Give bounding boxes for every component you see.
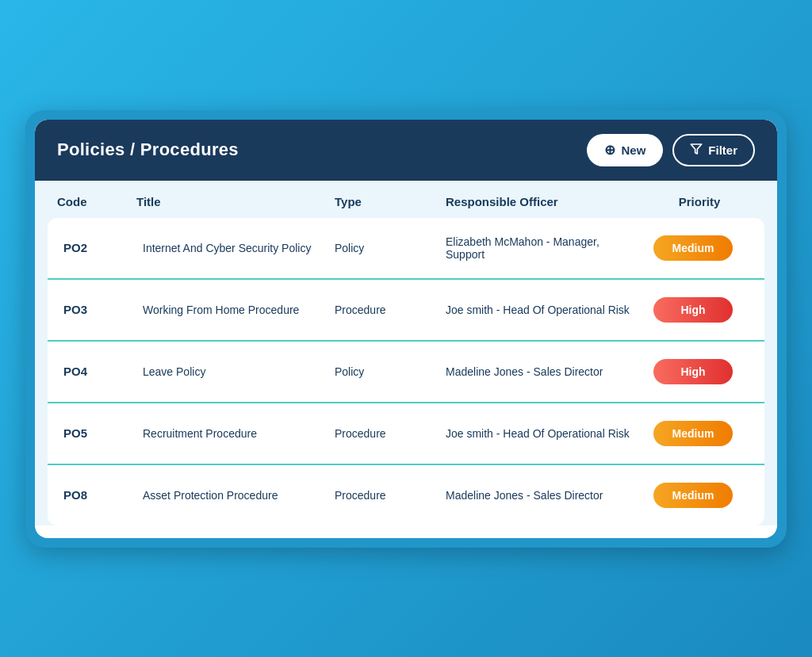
cell-priority-1: High [638, 297, 749, 323]
cell-code-4: PO8 [63, 488, 143, 502]
cell-priority-3: Medium [638, 421, 749, 446]
cell-code-3: PO5 [63, 426, 143, 440]
col-header-code: Code [57, 195, 136, 208]
app-container: Policies / Procedures ⊕ New Filter [25, 110, 787, 548]
filter-button-label: Filter [708, 143, 737, 157]
priority-badge-2: High [653, 359, 733, 384]
svg-marker-0 [691, 144, 702, 154]
cell-type-2: Policy [335, 365, 446, 378]
page-title: Policies / Procedures [57, 139, 239, 160]
header-actions: ⊕ New Filter [587, 134, 755, 166]
col-header-officer: Responsible Officer [446, 195, 644, 208]
col-header-title: Title [136, 195, 335, 208]
cell-type-1: Procedure [335, 304, 446, 316]
table-row[interactable]: PO5 Recruitment Procedure Procedure Joe … [48, 403, 764, 465]
cell-type-4: Procedure [335, 489, 446, 502]
cell-type-0: Policy [335, 242, 446, 254]
new-button[interactable]: ⊕ New [587, 134, 663, 166]
priority-badge-0: Medium [653, 235, 733, 261]
cell-code-1: PO3 [63, 303, 143, 316]
cell-title-4: Asset Protection Procedure [143, 489, 335, 502]
cell-officer-1: Joe smith - Head Of Operational Risk [446, 304, 638, 316]
plus-icon: ⊕ [604, 142, 615, 159]
table-body: PO2 Internet And Cyber Security Policy P… [48, 218, 764, 525]
table-row[interactable]: PO8 Asset Protection Procedure Procedure… [48, 465, 764, 525]
filter-icon [690, 143, 703, 158]
cell-officer-0: Elizabeth McMahon - Manager, Support [446, 235, 638, 261]
priority-badge-3: Medium [653, 421, 733, 446]
cell-title-1: Working From Home Procedure [143, 304, 335, 316]
table-row[interactable]: PO3 Working From Home Procedure Procedur… [48, 280, 764, 342]
priority-badge-4: Medium [653, 483, 733, 508]
col-header-priority: Priority [644, 195, 755, 208]
table-header: Code Title Type Responsible Officer Prio… [35, 181, 777, 218]
table-row[interactable]: PO2 Internet And Cyber Security Policy P… [48, 218, 764, 280]
table-section: Code Title Type Responsible Officer Prio… [35, 181, 777, 525]
cell-code-2: PO4 [63, 365, 143, 378]
cell-officer-2: Madeline Jones - Sales Director [446, 365, 638, 378]
page-header: Policies / Procedures ⊕ New Filter [35, 120, 777, 181]
table-row[interactable]: PO4 Leave Policy Policy Madeline Jones -… [48, 342, 764, 403]
col-header-type: Type [335, 195, 446, 208]
cell-officer-3: Joe smith - Head Of Operational Risk [446, 427, 638, 440]
cell-type-3: Procedure [335, 427, 446, 440]
filter-button[interactable]: Filter [672, 134, 755, 166]
new-button-label: New [621, 143, 645, 157]
cell-priority-4: Medium [638, 483, 749, 508]
cell-title-0: Internet And Cyber Security Policy [143, 242, 335, 254]
cell-priority-2: High [638, 359, 749, 384]
cell-title-3: Recruitment Procedure [143, 427, 335, 440]
priority-badge-1: High [653, 297, 733, 323]
cell-title-2: Leave Policy [143, 365, 335, 378]
inner-card: Policies / Procedures ⊕ New Filter [35, 120, 777, 538]
cell-officer-4: Madeline Jones - Sales Director [446, 489, 638, 502]
cell-code-0: PO2 [63, 241, 143, 254]
cell-priority-0: Medium [638, 235, 749, 261]
